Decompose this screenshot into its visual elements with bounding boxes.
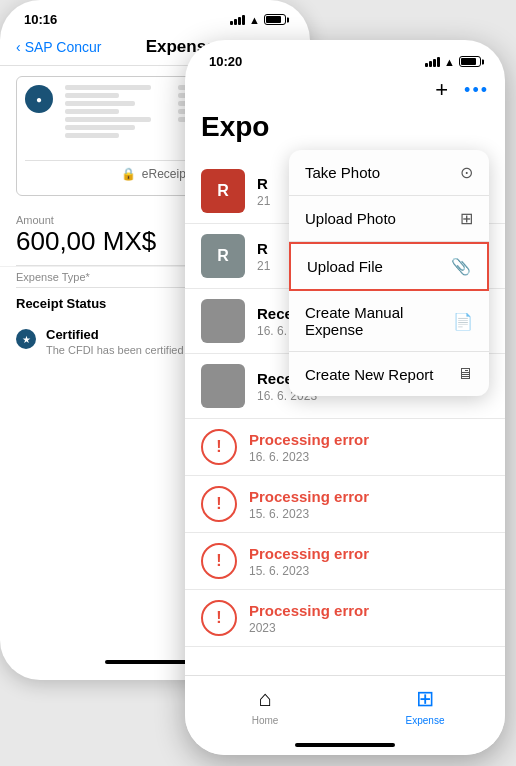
wifi-icon: ▲ (249, 14, 260, 26)
expense-name: R (257, 175, 270, 192)
tab-expense-label: Expense (406, 715, 445, 726)
signal-icon (230, 15, 245, 25)
upload-photo-label: Upload Photo (305, 210, 396, 227)
receipt-thumb-3 (201, 299, 245, 343)
more-options-icon[interactable]: ••• (464, 80, 489, 101)
take-photo-label: Take Photo (305, 164, 380, 181)
expense-icon: ⊞ (416, 686, 434, 712)
expense-name-8: Processing error (249, 602, 369, 619)
fg-header: + ••• (185, 73, 505, 111)
expense-date-6: 15. 6. 2023 (249, 507, 369, 521)
expense-name-2: R (257, 240, 270, 257)
page-title: Expo (185, 111, 505, 151)
expense-info-2: R 21 (257, 240, 270, 273)
upload-file-label: Upload File (307, 258, 383, 275)
fg-time: 10:20 (209, 54, 242, 69)
create-report-label: Create New Report (305, 366, 433, 383)
error-icon-4: ! (201, 600, 237, 636)
image-icon: ⊞ (460, 209, 473, 228)
fg-status-bar: 10:20 ▲ (185, 40, 505, 73)
bg-back-label: SAP Concur (25, 39, 102, 55)
camera-icon: ⊙ (460, 163, 473, 182)
receipt-thumb-2: R (201, 234, 245, 278)
certified-icon: ★ (16, 329, 36, 349)
list-item[interactable]: ! Processing error 15. 6. 2023 (185, 533, 505, 590)
expense-date: 21 (257, 194, 270, 208)
list-item[interactable]: ! Processing error 2023 (185, 590, 505, 647)
expense-date-2: 21 (257, 259, 270, 273)
receipt-thumb: R (201, 169, 245, 213)
expense-date-7: 15. 6. 2023 (249, 564, 369, 578)
expense-info-7: Processing error 15. 6. 2023 (249, 545, 369, 578)
foreground-phone: 10:20 ▲ + ••• Expo R R 21 (185, 40, 505, 755)
list-item[interactable]: ! Processing error 16. 6. 2023 (185, 419, 505, 476)
expense-date-8: 2023 (249, 621, 369, 635)
report-icon: 🖥 (457, 365, 473, 383)
expense-name-6: Processing error (249, 488, 369, 505)
error-icon-3: ! (201, 543, 237, 579)
menu-create-report[interactable]: Create New Report 🖥 (289, 352, 489, 396)
tab-home[interactable]: ⌂ Home (185, 686, 345, 726)
expense-info-5: Processing error 16. 6. 2023 (249, 431, 369, 464)
fg-battery-icon (459, 56, 481, 67)
menu-take-photo[interactable]: Take Photo ⊙ (289, 150, 489, 196)
expense-date-5: 16. 6. 2023 (249, 450, 369, 464)
expense-name-7: Processing error (249, 545, 369, 562)
bg-status-icons: ▲ (230, 14, 286, 26)
bg-time: 10:16 (24, 12, 57, 27)
fg-home-bar (295, 743, 395, 747)
error-icon-1: ! (201, 429, 237, 465)
bg-ereceipt-label: eReceipt (142, 167, 189, 181)
bg-receipt-lines (65, 85, 172, 141)
context-menu[interactable]: Take Photo ⊙ Upload Photo ⊞ Upload File … (289, 150, 489, 396)
list-item[interactable]: ! Processing error 15. 6. 2023 (185, 476, 505, 533)
create-manual-label: Create Manual Expense (305, 304, 453, 338)
menu-upload-photo[interactable]: Upload Photo ⊞ (289, 196, 489, 242)
document-icon: 📄 (453, 312, 473, 331)
fg-wifi-icon: ▲ (444, 56, 455, 68)
expense-info-8: Processing error 2023 (249, 602, 369, 635)
expense-info: R 21 (257, 175, 270, 208)
bg-back-button[interactable]: ‹ SAP Concur (16, 39, 101, 55)
fg-signal-icon (425, 57, 440, 67)
error-icon-2: ! (201, 486, 237, 522)
bg-status-bar: 10:16 ▲ (0, 0, 310, 31)
menu-create-manual[interactable]: Create Manual Expense 📄 (289, 291, 489, 352)
bg-receipt-logo: ● (25, 85, 53, 113)
receipt-thumb-4 (201, 364, 245, 408)
expense-info-6: Processing error 15. 6. 2023 (249, 488, 369, 521)
tab-expense[interactable]: ⊞ Expense (345, 686, 505, 726)
home-icon: ⌂ (258, 686, 271, 712)
fg-status-icons: ▲ (425, 56, 481, 68)
paperclip-icon: 📎 (451, 257, 471, 276)
expense-name-5: Processing error (249, 431, 369, 448)
tab-home-label: Home (252, 715, 279, 726)
add-icon[interactable]: + (435, 77, 448, 103)
battery-icon (264, 14, 286, 25)
menu-upload-file[interactable]: Upload File 📎 (289, 242, 489, 291)
